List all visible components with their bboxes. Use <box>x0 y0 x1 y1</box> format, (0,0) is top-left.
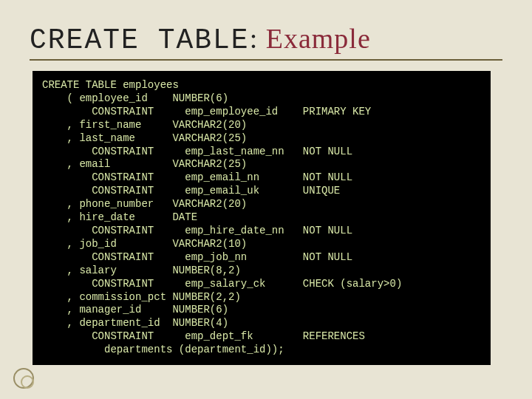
slide-title: CREATE TABLE: Example <box>30 22 502 56</box>
corner-decoration <box>13 368 34 389</box>
code-block: CREATE TABLE employees ( employee_id NUM… <box>33 71 491 365</box>
deco-circle-inner <box>21 375 34 389</box>
slide: CREATE TABLE: Example CREATE TABLE emplo… <box>0 0 532 399</box>
title-sep: : <box>250 23 266 54</box>
title-underline <box>30 59 502 61</box>
title-example: Example <box>266 23 371 54</box>
title-mono: CREATE TABLE <box>30 24 250 56</box>
